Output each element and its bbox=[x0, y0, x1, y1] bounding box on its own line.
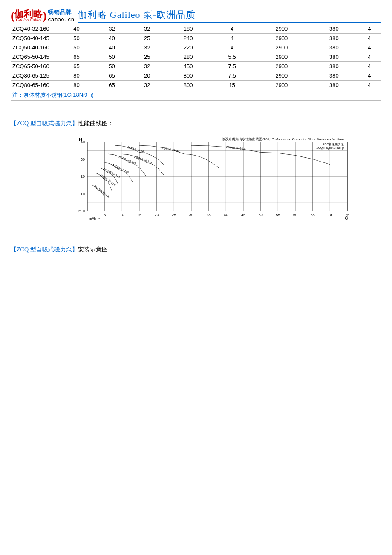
table-cell: 50 bbox=[94, 62, 130, 71]
table-cell: 380 bbox=[311, 71, 357, 81]
table-cell: 80 bbox=[59, 71, 94, 81]
table-cell: 2900 bbox=[253, 43, 311, 52]
svg-text:5: 5 bbox=[104, 213, 106, 217]
table-cell: 65 bbox=[94, 81, 130, 90]
table-cell: 4 bbox=[357, 52, 381, 62]
table-cell: 40 bbox=[59, 24, 94, 34]
table-cell: 7.5 bbox=[211, 62, 252, 71]
svg-text:m: m bbox=[78, 209, 81, 213]
table-cell: 380 bbox=[311, 34, 357, 43]
svg-text:25: 25 bbox=[172, 213, 176, 217]
svg-text:ZCQ自吸磁力泵: ZCQ自吸磁力泵 bbox=[323, 143, 344, 146]
table-cell: 80 bbox=[59, 81, 94, 90]
section-heading-performance: 【ZCQ 型自吸式磁力泵】性能曲线图： bbox=[11, 120, 381, 127]
svg-text:50: 50 bbox=[259, 213, 263, 217]
table-cell: 4 bbox=[211, 34, 252, 43]
table-cell: 65 bbox=[94, 71, 130, 81]
page-header: ( 伽利略 Galileo Galilei ) 畅销品牌 camao.cn 伽利… bbox=[11, 9, 381, 23]
svg-text:ZCQ65-50-145: ZCQ65-50-145 bbox=[134, 155, 153, 165]
table-cell: 32 bbox=[130, 24, 165, 34]
table-cell: 800 bbox=[165, 71, 212, 81]
svg-text:ZCQ80-65-160: ZCQ80-65-160 bbox=[226, 145, 245, 150]
table-cell: 2900 bbox=[253, 24, 311, 34]
table-cell: 380 bbox=[311, 43, 357, 52]
logo-paren-left: ( bbox=[11, 10, 14, 22]
table-cell: 240 bbox=[165, 34, 212, 43]
svg-text:ZCQ65-50-160: ZCQ65-50-160 bbox=[161, 146, 180, 153]
table-cell: 25 bbox=[130, 52, 165, 62]
table-cell: 2900 bbox=[253, 62, 311, 71]
table-row: ZCQ65-50-1456550252805.529003804 bbox=[11, 52, 381, 62]
table-cell: ZCQ40-32-160 bbox=[11, 24, 59, 34]
table-note: 注：泵体材质不锈钢(1Cr18Ni9Ti) bbox=[11, 90, 381, 101]
logo-script-text: Galileo Galilei bbox=[16, 18, 41, 22]
table-cell: 32 bbox=[94, 24, 130, 34]
svg-text:40: 40 bbox=[224, 213, 228, 217]
table-cell: 4 bbox=[357, 62, 381, 71]
table-cell: 65 bbox=[59, 52, 94, 62]
svg-text:70: 70 bbox=[328, 213, 332, 217]
svg-text:Q: Q bbox=[345, 216, 348, 220]
table-row: ZCQ80-65-1608065328001529003804 bbox=[11, 81, 381, 90]
svg-text:10: 10 bbox=[120, 213, 124, 217]
table-cell: 2900 bbox=[253, 81, 311, 90]
logo: ( 伽利略 Galileo Galilei ) 畅销品牌 camao.cn bbox=[11, 9, 74, 23]
svg-text:ZCQ50-40-145: ZCQ50-40-145 bbox=[118, 155, 136, 165]
page-title: 伽利略 Galileo 泵-欧洲品质 bbox=[78, 9, 381, 23]
table-cell: 4 bbox=[211, 24, 252, 34]
table-cell: 32 bbox=[130, 62, 165, 71]
svg-text:ZCQ magnetic pump: ZCQ magnetic pump bbox=[316, 146, 344, 150]
spec-table: ZCQ40-32-160403232180429003804ZCQ50-40-1… bbox=[11, 24, 381, 101]
chart-svg: 假设介质为清水性能曲线图(20℃)Performance Graph for C… bbox=[70, 136, 352, 221]
logo-domain: camao.cn bbox=[48, 16, 75, 23]
table-cell: 15 bbox=[211, 81, 252, 90]
svg-text:H: H bbox=[79, 137, 82, 142]
table-cell: 180 bbox=[165, 24, 212, 34]
table-cell: 380 bbox=[311, 52, 357, 62]
table-cell: 4 bbox=[211, 43, 252, 52]
table-cell: 2900 bbox=[253, 71, 311, 81]
table-cell: 380 bbox=[311, 24, 357, 34]
svg-text:30: 30 bbox=[189, 213, 193, 217]
table-cell: 4 bbox=[357, 34, 381, 43]
table-cell: 380 bbox=[311, 62, 357, 71]
table-cell: 4 bbox=[357, 81, 381, 90]
svg-text:ZCQ20-16-110: ZCQ20-16-110 bbox=[94, 185, 111, 199]
table-cell: 4 bbox=[357, 24, 381, 34]
svg-text:30: 30 bbox=[81, 157, 85, 162]
svg-text:55: 55 bbox=[276, 213, 280, 217]
logo-tagline: 畅销品牌 bbox=[48, 9, 75, 16]
svg-text:m³/h →: m³/h → bbox=[89, 217, 100, 220]
table-cell: 25 bbox=[130, 34, 165, 43]
section-heading-installation: 【ZCQ 型自吸式磁力泵】安装示意图： bbox=[11, 246, 381, 254]
table-cell: 2900 bbox=[253, 34, 311, 43]
svg-text:60: 60 bbox=[293, 213, 297, 217]
svg-text:ZCQ50-40-160: ZCQ50-40-160 bbox=[127, 145, 146, 154]
svg-text:假设介质为清水性能曲线图(20℃)Performance G: 假设介质为清水性能曲线图(20℃)Performance Graph for C… bbox=[222, 137, 344, 141]
table-cell: 4 bbox=[357, 43, 381, 52]
table-cell: 2900 bbox=[253, 52, 311, 62]
table-cell: 32 bbox=[130, 43, 165, 52]
table-cell: 65 bbox=[59, 62, 94, 71]
table-note-row: 注：泵体材质不锈钢(1Cr18Ni9Ti) bbox=[11, 90, 381, 101]
table-row: ZCQ65-50-1606550324507.529003804 bbox=[11, 62, 381, 71]
table-cell: ZCQ65-50-145 bbox=[11, 52, 59, 62]
svg-text:65: 65 bbox=[311, 213, 315, 217]
table-cell: ZCQ50-40-160 bbox=[11, 43, 59, 52]
table-cell: 50 bbox=[94, 52, 130, 62]
table-cell: 4 bbox=[357, 71, 381, 81]
table-row: ZCQ50-40-145504025240429003804 bbox=[11, 34, 381, 43]
table-cell: ZCQ80-65-125 bbox=[11, 71, 59, 81]
svg-text:35: 35 bbox=[207, 213, 211, 217]
table-cell: 40 bbox=[94, 43, 130, 52]
svg-text:10: 10 bbox=[81, 192, 85, 196]
table-cell: 220 bbox=[165, 43, 212, 52]
table-cell: 380 bbox=[311, 81, 357, 90]
table-cell: 32 bbox=[130, 81, 165, 90]
table-cell: 40 bbox=[94, 34, 130, 43]
svg-text:45: 45 bbox=[241, 213, 245, 217]
svg-text:20: 20 bbox=[155, 213, 159, 217]
table-cell: 450 bbox=[165, 62, 212, 71]
table-cell: 50 bbox=[59, 43, 94, 52]
svg-text:15: 15 bbox=[137, 213, 141, 217]
